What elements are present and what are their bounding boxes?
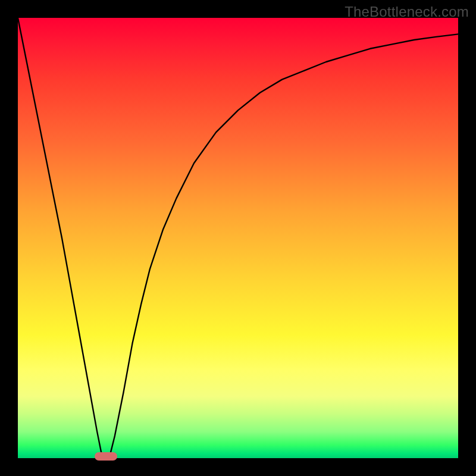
bottleneck-curve xyxy=(18,18,458,458)
chart-frame: TheBottleneck.com xyxy=(0,0,476,476)
minimum-marker xyxy=(95,452,117,461)
plot-area xyxy=(18,18,458,458)
